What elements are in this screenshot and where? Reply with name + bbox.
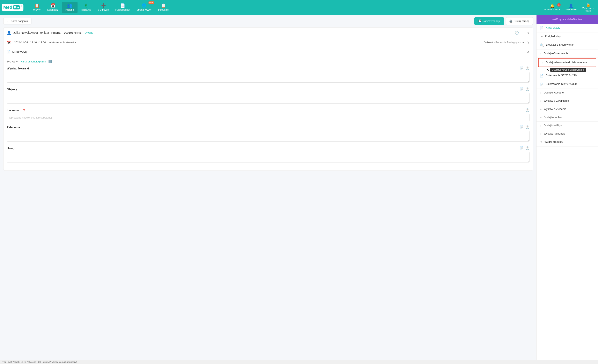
breadcrumb-bar: ← Karta pacjenta 💾 Zapisz zmiany 🖨️ Druk… [3,17,533,25]
sidebar-item-skierowanie-300[interactable]: 📄 Skierowanie SR/2024/300 [537,80,598,89]
wystaw-zlecenia-label: Wystaw e-Zlecenia [544,107,566,111]
appointment-row: 📅 2024-11-04 12:40 - 13:00 Aleksandra Ma… [3,38,533,47]
print-label: Drukuj stronę [514,19,530,23]
save-button[interactable]: 💾 Zapisz zmiany [474,17,504,25]
karta-wizyty-section[interactable]: 📄 Karta wizyty ∧ [3,47,533,57]
nav-instrukcje[interactable]: 📋 Instrukcje [155,2,172,13]
wywiad-textarea[interactable] [7,72,530,83]
nav-moje-konto[interactable]: 👤 Moje konto [563,2,579,12]
zalecenia-textarea[interactable] [7,131,530,142]
pacjenci-label: Pacjenci [65,8,74,11]
wystaw-zwolnienie-label: Wystaw e-Zwolnienie [544,99,569,102]
leczenie-input[interactable] [7,114,530,121]
save-icon: 💾 [478,19,482,23]
sidebar-item-podglad[interactable]: 👁 Podgląd wizyt [537,32,598,41]
print-button[interactable]: 🖨️ Drukuj stronę [506,17,533,25]
appointment-datetime: 2024-11-04 12:40 - 13:00 [14,41,46,44]
logo[interactable]: Med File ® [2,4,26,11]
nav-zabezpiecz[interactable]: 🔒 Zabezpiecz 09:28 [580,1,596,14]
karta-wizyty-label: Karta wizyty [546,26,560,29]
sidebar-item-zrealizuj[interactable]: 🔍 Zrealizuj e-Skierowanie [537,41,598,49]
punkt-pobran-icon: 📄 [120,3,125,8]
nav-pacjenci[interactable]: 👥 Pacjenci [62,2,77,13]
pacjenci-icon: 👥 [67,3,72,8]
clock-icon: 🕐 [515,31,519,35]
patient-age: 54 lata [40,31,49,34]
nav-rachunki[interactable]: 💲 Rachunki [77,2,94,13]
karta-collapse-button[interactable]: ∧ [527,49,530,54]
sidebar-item-karta-wizyty[interactable]: 📄 Karta wizyty [537,24,598,32]
sidebar-item-wydaj-produkty[interactable]: ⬆ Wydaj produkty [537,138,598,147]
kalendarz-label: Kalendarz [47,8,58,11]
nav-strona-www[interactable]: NEW 🌐 Strona WWW [133,2,155,13]
moje-konto-label: Moje konto [565,8,577,11]
karta-content: Typ karty: Karta psychologiczna ℹ️ Wywia… [3,57,533,170]
patient-pesel: 70010175441 [64,31,82,34]
nav-powiadomienia[interactable]: 1 🔔 Powiadomienia [542,2,562,12]
nav-ezdrowie[interactable]: ➕ e-Zdrowie [94,2,112,13]
uwagi-doc-icon[interactable]: 📄 [520,146,524,150]
wystaw-zwolnienie-plus-icon: + [540,99,542,103]
ewizyta-suffix: - HaloDoctor [564,18,582,21]
sidebar-item-wystaw-rachunek[interactable]: + Wystaw rachunek [537,130,598,138]
appointment-collapse-button[interactable]: ∨ [527,40,530,44]
dodaj-eskierowanie-label: Dodaj e-Skierowanie [544,52,568,55]
uwagi-textarea[interactable] [7,152,530,162]
cursor-icon: ↖ [547,68,549,72]
karta-wizyty-icon: 📄 [540,26,544,30]
type-label-row: Typ karty: Karta psychologiczna ℹ️ [7,60,530,63]
sidebar-item-dodaj-medsign[interactable]: + Dodaj MedSign [537,121,598,130]
nav-punkt-pobran[interactable]: 📄 Punkt pobrań [112,2,133,13]
patient-actions: 🕐 ⋮ ∨ [515,31,530,35]
sidebar-item-dodaj-recepte[interactable]: + Dodaj e-Receptę [537,89,598,97]
url-text: visit_id/d97dbd38-8a4e-7b5a-e0a4-bf64c62… [2,361,77,363]
leczenie-question-icon[interactable]: ❓ [22,109,26,112]
sidebar-item-wystaw-zlecenia[interactable]: + Wystaw e-Zlecenia [537,105,598,113]
dodaj-formularz-label: Dodaj formularz [544,116,563,119]
sidebar-item-skierowanie-299[interactable]: 📄 Skierowanie SR/2024/299 [537,72,598,80]
powiadomienia-label: Powiadomienia [544,8,560,11]
logo-med-text: Med [3,5,12,10]
nav-kalendarz[interactable]: 📅 Kalendarz [44,2,62,13]
appt-time: 12:40 - 13:00 [30,41,46,44]
objawy-textarea[interactable] [7,93,530,104]
zalecenia-clock-icon[interactable]: 🕐 [525,125,530,129]
wywiad-clock-icon[interactable]: 🕐 [525,66,530,70]
dodaj-medsign-label: Dodaj MedSign [544,124,562,127]
sidebar-item-dodaj-lab[interactable]: + Dodaj skierowanie do laboratorium [538,58,596,67]
podglad-label: Podgląd wizyt [545,35,561,38]
current-time: 09:28 [585,10,590,12]
appointment-location: Gabinet - Poradnia Pedagogiczna [484,41,524,44]
logo-file-text: File [13,5,20,9]
type-value-text: Karta psychologiczna [21,60,46,63]
zrealizuj-icon: 🔍 [540,43,544,47]
leczenie-clock-icon[interactable]: 🕐 [525,108,530,112]
more-icon[interactable]: ⋮ [521,31,525,35]
breadcrumb-label: Karta pacjenta [11,19,28,23]
patient-ewus: eWUŚ [84,31,93,34]
patient-header: 👤 Julita Nowakowska 54 lata PESEL: 70010… [3,28,533,38]
objawy-clock-icon[interactable]: 🕐 [525,87,530,91]
back-button[interactable]: ← Karta pacjenta [3,18,32,24]
objawy-label-text: Objawy [7,88,17,91]
type-label-text: Typ karty: [7,60,18,63]
leczenie-icons: 🕐 [525,108,530,112]
objawy-doc-icon[interactable]: 📄 [520,87,524,91]
objawy-icons: 📄 🕐 [520,87,530,91]
wywiad-doc-icon[interactable]: 📄 [520,66,524,70]
sidebar-item-wystaw-zwolnienie[interactable]: + Wystaw e-Zwolnienie [537,97,598,105]
field-zalecenia: Zalecenia 📄 🕐 [7,125,530,142]
patient-card: 👤 Julita Nowakowska 54 lata PESEL: 70010… [3,27,533,171]
sidebar-item-dodaj-eskierowanie[interactable]: + Dodaj e-Skierowanie [537,49,598,58]
patient-collapse-button[interactable]: ∨ [527,31,530,35]
dodaj-eskierowanie-plus-icon: + [540,52,542,55]
sidebar-item-dodaj-formularz[interactable]: + Dodaj formularz [537,113,598,121]
nav-wizyty[interactable]: 📋 Wizyty [30,2,44,13]
wystaw-rachunek-plus-icon: + [540,132,542,136]
zalecenia-doc-icon[interactable]: 📄 [520,125,524,129]
wywiad-label-text: Wywiad lekarski [7,67,29,70]
skierowanie-299-icon: 📄 [540,74,544,78]
uwagi-clock-icon[interactable]: 🕐 [525,146,530,150]
dodaj-formularz-plus-icon: + [540,116,542,119]
type-info-icon[interactable]: ℹ️ [48,60,52,63]
